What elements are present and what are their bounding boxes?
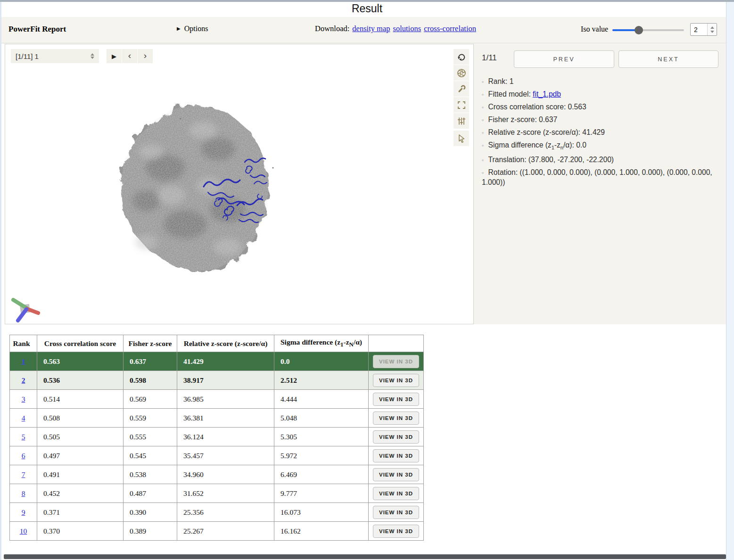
next-frame-button[interactable]: › [138,49,153,63]
rank-link[interactable]: 4 [22,414,25,422]
rank-link[interactable]: 6 [22,452,25,460]
pointer-mode-button[interactable] [454,131,469,146]
detail-item: ◦Translation: (37.800, -27.200, -22.200) [482,155,721,165]
header-fisher: Fisher z-score [124,335,177,352]
table-row: 6 0.497 0.545 35.457 5.972 VIEW IN 3D [10,446,424,465]
download-density-map-link[interactable]: density map [352,24,390,33]
rank-link[interactable]: 8 [22,489,25,497]
view-in-3d-button[interactable]: VIEW IN 3D [373,393,419,406]
cell-fisher-zscore: 0.390 [124,503,177,522]
view-in-3d-button[interactable]: VIEW IN 3D [373,449,419,462]
chevron-left-icon: ‹ [128,50,131,61]
iso-value-spinner[interactable] [707,24,717,35]
cell-sigma-difference: 5.972 [274,446,369,465]
bullet-icon: ◦ [482,78,484,85]
view-in-3d-button[interactable]: VIEW IN 3D [373,412,419,425]
cell-fisher-zscore: 0.569 [124,390,177,409]
bullet-icon: ◦ [482,156,484,164]
download-cross-correlation-link[interactable]: cross-correlation [424,24,476,33]
spinner-up-icon[interactable] [710,26,714,29]
cell-relative-zscore: 36.381 [177,409,274,428]
frame-select-value: [1/11] 1 [16,52,91,60]
window-left-edge [0,2,1,560]
header-relative: Relative z-score (z-score/α) [177,335,274,352]
cell-fisher-zscore: 0.555 [124,428,177,446]
play-button[interactable]: ▶ [107,49,122,63]
cell-cross-correlation: 0.491 [37,465,124,484]
cell-fisher-zscore: 0.598 [124,371,177,390]
select-arrows-icon [91,53,94,59]
header-rank: Rank [10,335,37,352]
spinner-down-icon[interactable] [710,31,714,33]
cell-relative-zscore: 25.267 [177,522,274,541]
iso-value-input[interactable]: 2 [690,23,717,36]
report-brand: PowerFit Report [8,25,66,34]
header-sigma: Sigma difference (z1-zN/α) [274,335,369,352]
table-row: 5 0.505 0.555 36.124 5.305 VIEW IN 3D [10,428,424,446]
table-row: 8 0.452 0.487 31.652 9.777 VIEW IN 3D [10,484,424,503]
frame-select[interactable]: [1/11] 1 [11,49,99,63]
cell-sigma-difference: 2.512 [274,371,369,390]
horizontal-scrollbar[interactable] [4,554,726,559]
cell-fisher-zscore: 0.559 [124,409,177,428]
cell-cross-correlation: 0.371 [37,503,124,522]
detail-item: ◦Rotation: ((1.000, 0.000, 0.000), (0.00… [482,168,721,187]
rank-link[interactable]: 3 [22,395,25,403]
cell-relative-zscore: 35.457 [177,446,274,465]
aperture-icon [456,68,467,78]
header-actions [369,335,424,352]
cell-sigma-difference: 16.073 [274,503,369,522]
fitted-model-link[interactable]: fit_1.pdb [533,90,561,98]
download-solutions-link[interactable]: solutions [393,24,421,33]
slider-thumb[interactable] [635,26,643,34]
view-in-3d-button[interactable]: VIEW IN 3D [373,525,419,538]
rank-link[interactable]: 5 [22,433,25,441]
cell-cross-correlation: 0.536 [37,371,124,390]
view-in-3d-button[interactable]: VIEW IN 3D [373,374,419,387]
rank-link[interactable]: 2 [22,376,25,384]
screenshot-button[interactable] [454,65,469,81]
next-solution-button[interactable]: NEXT [619,50,718,68]
playback-controls: ▶ ‹ › [107,49,153,63]
bullet-icon: ◦ [482,91,484,98]
molecule-viewer-canvas[interactable]: [1/11] 1 ▶ ‹ › [5,44,474,324]
detail-item: ◦Fitted model: fit_1.pdb [482,90,721,99]
cell-cross-correlation: 0.563 [37,352,124,371]
detail-item: ◦Sigma difference (z1-zn/α): 0.0 [482,140,721,152]
rank-link[interactable]: 1 [22,357,25,365]
view-in-3d-button[interactable]: VIEW IN 3D [373,430,419,444]
density-map-render[interactable] [5,44,473,324]
page-title: Result [0,2,734,15]
options-toggle[interactable]: ▶Options [177,25,208,33]
view-in-3d-button[interactable]: VIEW IN 3D [373,468,419,481]
rank-link[interactable]: 7 [22,470,25,478]
iso-value-slider[interactable] [612,25,684,36]
view-in-3d-button[interactable]: VIEW IN 3D [373,487,419,500]
fullscreen-button[interactable] [454,97,469,113]
solution-pager: 1/11 [482,53,497,63]
bullet-icon: ◦ [482,169,484,176]
prev-solution-button[interactable]: PREV [514,50,614,68]
iso-value-label: Iso value [581,25,608,33]
download-section: Download:density mapsolutionscross-corre… [315,24,476,33]
cell-sigma-difference: 9.777 [274,484,369,503]
rank-link[interactable]: 10 [20,527,27,535]
cell-fisher-zscore: 0.538 [124,465,177,484]
reset-view-button[interactable] [454,49,469,65]
table-row: 9 0.371 0.390 25.356 16.073 VIEW IN 3D [10,503,424,522]
display-settings-button[interactable] [454,113,469,129]
rank-link[interactable]: 9 [22,508,25,516]
bullet-icon: ◦ [482,142,484,149]
view-in-3d-button[interactable]: VIEW IN 3D [373,506,419,519]
previous-frame-button[interactable]: ‹ [122,49,137,63]
cell-relative-zscore: 31.652 [177,484,274,503]
cell-fisher-zscore: 0.389 [124,522,177,541]
detail-item: ◦Relative z-score (z-score/α): 41.429 [482,128,721,138]
bullet-icon: ◦ [482,129,484,136]
solution-details-list: ◦Rank: 1◦Fitted model: fit_1.pdb◦Cross c… [482,74,721,190]
vertical-scrollbar[interactable] [726,2,734,560]
tools-button[interactable] [454,81,469,97]
viewer-toolbar [454,49,469,147]
fullscreen-icon [456,100,467,110]
cell-sigma-difference: 6.469 [274,465,369,484]
